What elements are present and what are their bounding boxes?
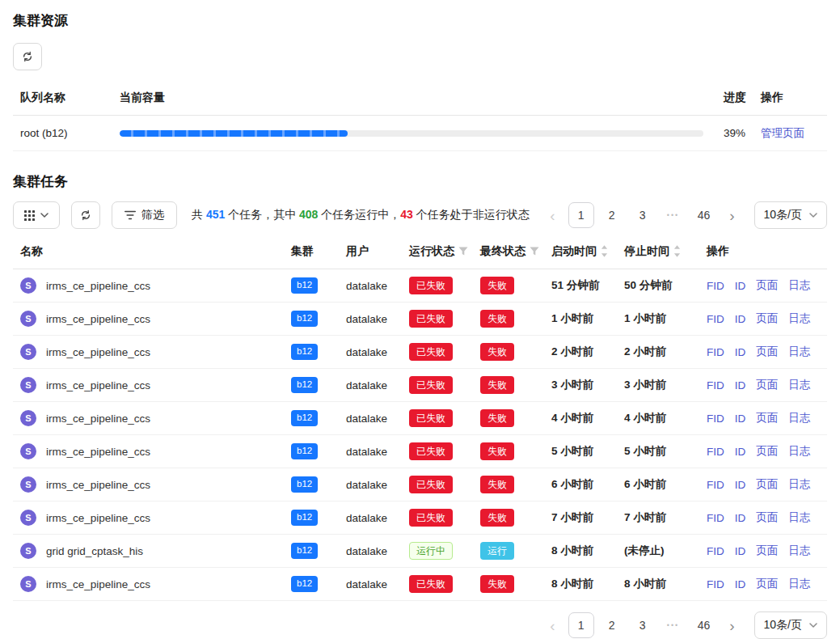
run-status-badge: 已失败 — [409, 476, 453, 493]
row-action-link-日志[interactable]: 日志 — [788, 577, 810, 591]
row-action-link-日志[interactable]: 日志 — [788, 411, 810, 425]
row-action-link-fid[interactable]: FID — [707, 413, 724, 425]
pagination-prev[interactable]: ‹ — [542, 202, 564, 228]
row-action-link-页面[interactable]: 页面 — [756, 278, 778, 293]
row-action-link-id[interactable]: ID — [735, 313, 746, 325]
pagination-page-2[interactable]: 2 — [599, 612, 625, 638]
row-action-link-id[interactable]: ID — [735, 512, 746, 524]
row-action-link-fid[interactable]: FID — [707, 545, 724, 557]
row-action-link-页面[interactable]: 页面 — [756, 444, 778, 459]
pagination-prev[interactable]: ‹ — [542, 612, 564, 638]
table-row: S irms_ce_pipeline_ccs b12 datalake 已失败 … — [13, 303, 827, 336]
row-actions: FIDID页面日志 — [707, 278, 827, 293]
avatar: S — [20, 277, 36, 294]
stop-time: 5 小时前 — [624, 444, 707, 459]
run-status-badge: 运行中 — [409, 542, 453, 560]
resources-table: 队列名称 当前容量 进度 操作 root (b12) 39% 管理页面 — [13, 80, 827, 151]
page-size-value: 10条/页 — [764, 208, 802, 222]
final-status-badge: 失败 — [480, 575, 514, 593]
pagination-page-1[interactable]: 1 — [568, 202, 594, 228]
row-action-link-id[interactable]: ID — [735, 379, 746, 391]
row-action-link-日志[interactable]: 日志 — [788, 544, 810, 558]
pagination-page-3[interactable]: 3 — [630, 612, 656, 638]
table-row: S irms_ce_pipeline_ccs b12 datalake 已失败 … — [13, 568, 827, 601]
row-action-link-fid[interactable]: FID — [707, 379, 724, 391]
final-status-cell: 失败 — [480, 409, 551, 427]
row-action-link-fid[interactable]: FID — [707, 578, 724, 590]
row-action-link-id[interactable]: ID — [735, 446, 746, 458]
row-action-link-页面[interactable]: 页面 — [756, 345, 778, 359]
filter-button-label: 筛选 — [141, 208, 164, 222]
sorter-icon[interactable] — [673, 245, 681, 257]
summary-total-count: 451 — [206, 208, 225, 221]
page-size-select[interactable]: 10条/页 — [754, 611, 827, 639]
table-row: S irms_ce_pipeline_ccs b12 datalake 已失败 … — [13, 402, 827, 435]
row-action-link-fid[interactable]: FID — [707, 313, 724, 325]
row-action-link-页面[interactable]: 页面 — [756, 411, 778, 425]
start-time: 6 小时前 — [551, 477, 624, 492]
start-time: 8 小时前 — [551, 577, 624, 591]
summary-mid2: 个任务运行中， — [318, 208, 400, 221]
row-action-link-fid[interactable]: FID — [707, 512, 724, 524]
row-action-link-日志[interactable]: 日志 — [788, 345, 810, 359]
layout-grid-button[interactable] — [13, 201, 60, 229]
row-action-link-id[interactable]: ID — [735, 346, 746, 358]
row-action-link-id[interactable]: ID — [735, 545, 746, 557]
final-status-cell: 失败 — [480, 310, 551, 328]
pagination-page-46[interactable]: 46 — [691, 202, 717, 228]
row-action-link-fid[interactable]: FID — [707, 346, 724, 358]
chevron-down-icon — [809, 213, 817, 218]
table-row: S irms_ce_pipeline_ccs b12 datalake 已失败 … — [13, 468, 827, 501]
row-action-link-页面[interactable]: 页面 — [756, 577, 778, 591]
final-status-cell: 失败 — [480, 277, 551, 294]
row-action-link-fid[interactable]: FID — [707, 446, 724, 458]
row-action-link-页面[interactable]: 页面 — [756, 477, 778, 492]
col-action: 操作 — [761, 91, 827, 105]
row-action-link-id[interactable]: ID — [735, 280, 746, 292]
pagination-page-2[interactable]: 2 — [599, 202, 625, 228]
row-action-link-日志[interactable]: 日志 — [788, 311, 810, 326]
row-action-link-页面[interactable]: 页面 — [756, 510, 778, 525]
tasks-table: 名称 集群 用户 运行状态 最终状态 启动时间 — [13, 234, 827, 601]
pagination-page-1[interactable]: 1 — [568, 612, 594, 638]
table-row: S irms_ce_pipeline_ccs b12 datalake 已失败 … — [13, 269, 827, 303]
resources-refresh-button[interactable] — [13, 43, 42, 70]
task-name-cell: S irms_ce_pipeline_ccs — [13, 576, 291, 592]
run-status-cell: 已失败 — [409, 575, 480, 593]
start-time: 1 小时前 — [551, 311, 624, 326]
filter-funnel-icon[interactable] — [530, 247, 539, 256]
row-action-link-id[interactable]: ID — [735, 413, 746, 425]
task-name-cell: S irms_ce_pipeline_ccs — [13, 476, 291, 493]
sorter-icon[interactable] — [601, 245, 608, 257]
page-size-select[interactable]: 10条/页 — [754, 201, 827, 229]
row-action-link-fid[interactable]: FID — [707, 479, 724, 491]
run-status-cell: 已失败 — [409, 343, 480, 361]
filter-funnel-icon[interactable] — [458, 247, 468, 256]
tasks-refresh-button[interactable] — [71, 201, 100, 229]
task-name-cell: S irms_ce_pipeline_ccs — [13, 277, 291, 294]
row-action-link-页面[interactable]: 页面 — [756, 311, 778, 326]
row-action-link-页面[interactable]: 页面 — [756, 378, 778, 392]
filter-button[interactable]: 筛选 — [112, 201, 177, 229]
pagination-page-3[interactable]: 3 — [630, 202, 656, 228]
row-action-link-日志[interactable]: 日志 — [788, 477, 810, 492]
run-status-cell: 已失败 — [409, 476, 480, 493]
tasks-toolbar: 筛选 共 451 个任务，其中 408 个任务运行中，43 个任务处于非运行状态… — [13, 201, 827, 229]
row-action-link-页面[interactable]: 页面 — [756, 544, 778, 558]
pagination-page-46[interactable]: 46 — [691, 612, 717, 638]
row-action-link-日志[interactable]: 日志 — [788, 378, 810, 392]
row-action-link-fid[interactable]: FID — [707, 280, 724, 292]
row-action-link-日志[interactable]: 日志 — [788, 510, 810, 525]
cluster-cell: b12 — [291, 410, 346, 426]
pagination-next[interactable]: › — [722, 202, 743, 228]
manage-page-link[interactable]: 管理页面 — [761, 127, 804, 139]
row-action-link-日志[interactable]: 日志 — [788, 444, 810, 459]
run-status-badge: 已失败 — [409, 509, 453, 527]
pagination-next[interactable]: › — [722, 612, 743, 638]
row-action-link-id[interactable]: ID — [735, 578, 746, 590]
row-action-link-日志[interactable]: 日志 — [788, 278, 810, 293]
row-action-link-id[interactable]: ID — [735, 479, 746, 491]
run-status-badge: 已失败 — [409, 310, 453, 328]
cluster-badge: b12 — [291, 311, 318, 327]
task-name: irms_ce_pipeline_ccs — [46, 512, 150, 524]
